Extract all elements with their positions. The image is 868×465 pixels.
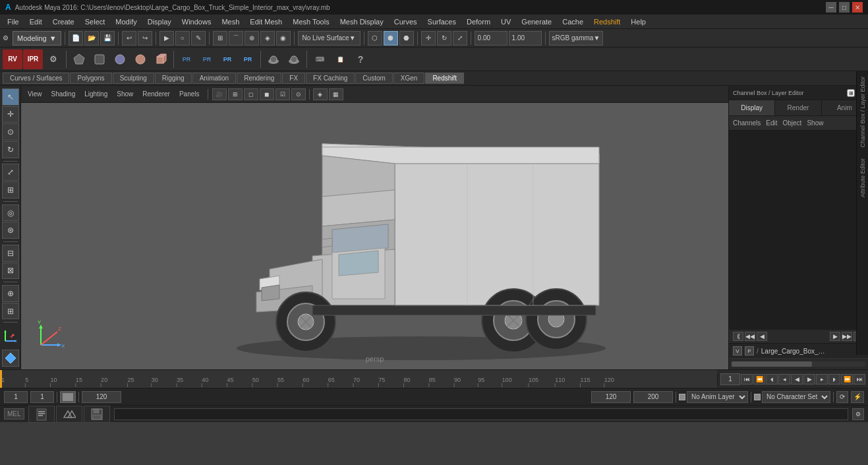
scale-tool[interactable]: ⤢ bbox=[453, 31, 467, 46]
custom-layout-btn[interactable]: ⊠ bbox=[2, 263, 19, 280]
menu-edit-mesh[interactable]: Edit Mesh bbox=[245, 16, 287, 27]
shelf-tab-rigging[interactable]: Rigging bbox=[155, 73, 192, 84]
shelf-tab-redshift[interactable]: Redshift bbox=[425, 73, 464, 84]
nurbs-btn[interactable] bbox=[90, 49, 109, 69]
minimize-button[interactable]: ─ bbox=[826, 2, 836, 13]
rotate-tool-btn[interactable]: ↻ bbox=[2, 141, 19, 158]
pb-first[interactable]: ⏮ bbox=[741, 374, 753, 385]
rp-undock-btn[interactable]: ⊞ bbox=[847, 89, 855, 97]
char-set-extra-btn1[interactable]: ⟳ bbox=[836, 391, 848, 403]
vp-grid-btn[interactable]: ⊞ bbox=[228, 88, 243, 100]
ch-object-label[interactable]: Object bbox=[783, 119, 802, 127]
universal-tool-btn[interactable]: ⊞ bbox=[2, 181, 19, 199]
menu-deform[interactable]: Deform bbox=[462, 16, 495, 27]
move-tool-btn[interactable]: ✛ bbox=[2, 106, 19, 123]
pr-prev-btn[interactable]: PR bbox=[177, 49, 196, 69]
pb-next-next[interactable]: ⏩ bbox=[841, 374, 853, 385]
layer-arrow-next[interactable]: ▶ bbox=[830, 332, 840, 341]
layer-scrollbar[interactable] bbox=[732, 361, 865, 367]
menu-modify[interactable]: Modify bbox=[111, 16, 141, 27]
menu-mesh-display[interactable]: Mesh Display bbox=[335, 16, 388, 27]
layer-arrow-next-next[interactable]: ▶▶ bbox=[842, 332, 852, 341]
snap-btn3[interactable]: ⬣ bbox=[399, 31, 414, 46]
shelf-tab-rendering[interactable]: Rendering bbox=[237, 73, 281, 84]
pb-next-frame[interactable]: ▶ bbox=[803, 374, 815, 385]
menu-edit[interactable]: Edit bbox=[25, 16, 47, 27]
shelf-tab-animation[interactable]: Animation bbox=[192, 73, 236, 84]
vp-iso-btn[interactable]: ◈ bbox=[313, 88, 328, 100]
ipr-btn[interactable]: IPR bbox=[23, 49, 43, 69]
layer-arrow-first[interactable]: ⟪ bbox=[733, 332, 743, 341]
menu-display[interactable]: Display bbox=[143, 16, 176, 27]
menu-help[interactable]: Help bbox=[626, 16, 651, 27]
viewport-canvas[interactable]: X Y Z persp bbox=[21, 103, 728, 369]
vp-shading-menu[interactable]: Shading bbox=[47, 89, 80, 99]
pb-prev-frame[interactable]: ◀ bbox=[791, 374, 803, 385]
shelf-tab-custom[interactable]: Custom bbox=[355, 73, 392, 84]
maximize-button[interactable]: □ bbox=[839, 2, 850, 13]
move-tool[interactable]: ✛ bbox=[421, 31, 436, 46]
menu-redshift[interactable]: Redshift bbox=[589, 16, 625, 27]
pb-play-back[interactable]: ◂ bbox=[778, 374, 790, 385]
attr-channel-box-tab[interactable]: Channel Box / Layer Editor bbox=[858, 74, 867, 150]
mel-save-icon[interactable] bbox=[84, 406, 110, 423]
layer-arrow-prev[interactable]: ◀ bbox=[757, 332, 767, 341]
menu-create[interactable]: Create bbox=[48, 16, 79, 27]
poly-model-btn[interactable] bbox=[69, 49, 89, 69]
anim-layer-select[interactable]: No Anim Layer bbox=[687, 391, 748, 403]
outliner-btn[interactable]: ⊞ bbox=[2, 303, 19, 320]
viewport-layout-btn[interactable] bbox=[2, 350, 19, 367]
snap-btn2[interactable]: ⬢ bbox=[384, 31, 398, 46]
soft-mod-btn[interactable]: ◎ bbox=[2, 204, 19, 222]
pb-next[interactable]: ⏵ bbox=[828, 374, 840, 385]
char-set-extra-btn2[interactable]: ⚡ bbox=[851, 391, 864, 403]
mel-input[interactable] bbox=[114, 408, 848, 420]
select-tool-btn[interactable]: ↖ bbox=[2, 88, 19, 106]
pb-prev[interactable]: ⏴ bbox=[766, 374, 778, 385]
y-coord-input[interactable] bbox=[509, 31, 542, 46]
live-surface-dropdown[interactable]: No Live Surface ▼ bbox=[298, 31, 361, 46]
ch-show-label[interactable]: Show bbox=[807, 119, 823, 127]
close-button[interactable]: ✕ bbox=[852, 2, 863, 13]
help-btn[interactable]: ? bbox=[351, 49, 370, 69]
anim-start-field[interactable] bbox=[4, 391, 28, 403]
render-view-btn[interactable]: RV bbox=[3, 49, 22, 69]
ch-edit-label[interactable]: Edit bbox=[766, 119, 777, 127]
gamma-selector[interactable]: sRGB gamma ▼ bbox=[549, 31, 604, 46]
menu-generate[interactable]: Generate bbox=[517, 16, 556, 27]
menu-surfaces[interactable]: Surfaces bbox=[423, 16, 461, 27]
input-line-btn[interactable]: ⊕ bbox=[2, 285, 19, 302]
vp-lighting-menu[interactable]: Lighting bbox=[80, 89, 111, 99]
shelf-tab-curves[interactable]: Curves / Surfaces bbox=[3, 73, 69, 84]
lasso-select-btn[interactable]: ⊙ bbox=[2, 123, 19, 140]
pb-last[interactable]: ⏭ bbox=[854, 374, 865, 385]
rp-tab-display[interactable]: Display bbox=[729, 100, 775, 115]
anim-end-field[interactable] bbox=[633, 391, 673, 403]
vp-view-menu[interactable]: View bbox=[24, 89, 46, 99]
pb-play-fwd[interactable]: ▸ bbox=[816, 374, 828, 385]
cube-btn[interactable] bbox=[151, 49, 171, 69]
snap-btn1[interactable]: ⬡ bbox=[368, 31, 382, 46]
vp-renderer-menu[interactable]: Renderer bbox=[138, 89, 174, 99]
rp-tab-render[interactable]: Render bbox=[775, 100, 821, 115]
menu-mesh-tools[interactable]: Mesh Tools bbox=[288, 16, 333, 27]
snap-point[interactable]: ⊕ bbox=[245, 31, 259, 46]
select-tool[interactable]: ▶ bbox=[159, 31, 174, 46]
attr-editor-tab[interactable]: Attribute Editor bbox=[858, 156, 867, 201]
current-time-field[interactable] bbox=[30, 391, 54, 403]
pr-next2-btn[interactable]: PR bbox=[238, 49, 258, 69]
menu-mesh[interactable]: Mesh bbox=[217, 16, 244, 27]
menu-windows[interactable]: Windows bbox=[177, 16, 216, 27]
vp-show-menu[interactable]: Show bbox=[113, 89, 137, 99]
pb-prev-prev[interactable]: ⏪ bbox=[753, 374, 765, 385]
menu-uv[interactable]: UV bbox=[496, 16, 515, 27]
snap-curve[interactable]: ⌒ bbox=[229, 31, 243, 46]
snap-layout-btn[interactable]: ⊟ bbox=[2, 245, 19, 262]
render-cam2-btn[interactable] bbox=[284, 49, 304, 69]
snap-surf[interactable]: ◈ bbox=[260, 31, 275, 46]
menu-curves[interactable]: Curves bbox=[390, 16, 422, 27]
snap-grid[interactable]: ⊞ bbox=[213, 31, 227, 46]
menu-cache[interactable]: Cache bbox=[558, 16, 588, 27]
subdiv-btn[interactable] bbox=[110, 49, 130, 69]
vp-wireframe-btn[interactable]: ◻ bbox=[244, 88, 258, 100]
